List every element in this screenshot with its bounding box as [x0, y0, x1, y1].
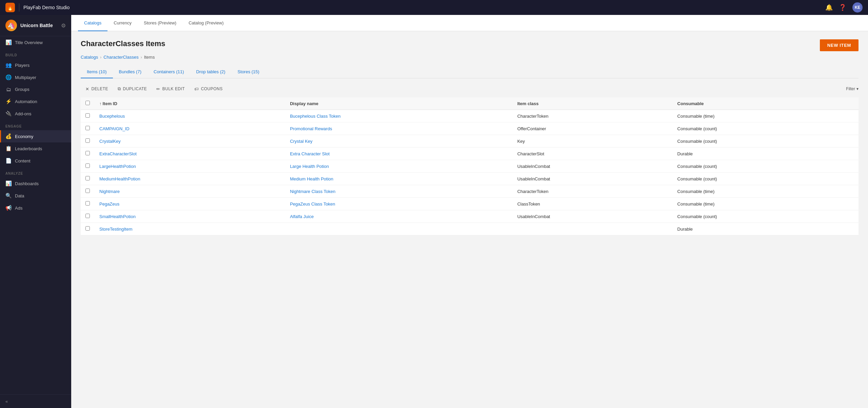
row-item-class: UsableInCombat	[513, 210, 673, 223]
page-title: CharacterClasses Items	[81, 39, 165, 48]
row-display-name[interactable]: Extra Character Slot	[285, 148, 513, 160]
sidebar-item-label: Players	[15, 63, 29, 68]
new-item-button[interactable]: NEW ITEM	[820, 39, 859, 51]
user-avatar[interactable]: KE	[852, 2, 863, 13]
bell-icon[interactable]: 🔔	[825, 4, 833, 11]
item-class-header: Item class	[513, 97, 673, 110]
row-display-name[interactable]: Nightmare Class Token	[285, 185, 513, 198]
row-item-id[interactable]: LargeHealthPotion	[95, 160, 285, 173]
table-row: StoreTestingItem Durable	[81, 223, 859, 235]
row-item-id[interactable]: StoreTestingItem	[95, 223, 285, 235]
content-icon: 📄	[5, 158, 12, 164]
sidebar-item-automation[interactable]: ⚡ Automation	[0, 95, 71, 108]
sidebar-collapse-btn[interactable]: «	[0, 394, 71, 408]
sidebar-item-label: Automation	[15, 99, 37, 104]
item-id-header[interactable]: ↑ Item ID	[95, 97, 285, 110]
sidebar-item-groups[interactable]: 🗂 Groups	[0, 83, 71, 95]
filter-button[interactable]: Filter ▾	[846, 86, 859, 91]
row-display-name[interactable]: Promotional Rewards	[285, 122, 513, 135]
sidebar-item-title-overview[interactable]: 📊 Title Overview	[0, 36, 71, 48]
bulk-edit-label: BULK EDIT	[162, 86, 185, 91]
sidebar-item-leaderboards[interactable]: 📋 Leaderboards	[0, 142, 71, 155]
tab-catalogs[interactable]: Catalogs	[78, 15, 107, 31]
bulk-edit-button[interactable]: ✏ BULK EDIT	[152, 84, 190, 94]
row-checkbox-3[interactable]	[85, 151, 90, 155]
row-checkbox-8[interactable]	[85, 214, 90, 218]
row-checkbox-6[interactable]	[85, 189, 90, 193]
section-label-build: BUILD	[0, 48, 71, 59]
row-checkbox-5[interactable]	[85, 176, 90, 180]
collapse-icon: «	[5, 399, 8, 404]
breadcrumb-items: Items	[144, 55, 155, 60]
tab-stores[interactable]: Stores (Preview)	[138, 15, 182, 31]
row-display-name[interactable]	[285, 223, 513, 235]
row-item-id[interactable]: ExtraCharacterSlot	[95, 148, 285, 160]
tab-catalog-preview[interactable]: Catalog (Preview)	[182, 15, 230, 31]
settings-icon[interactable]: ⚙	[61, 22, 66, 29]
breadcrumb-characterclasses[interactable]: CharacterClasses	[103, 55, 138, 60]
row-item-id[interactable]: PegaZeus	[95, 198, 285, 210]
sidebar-item-ads[interactable]: 📢 Ads	[0, 202, 71, 214]
row-consumable: Durable	[673, 223, 859, 235]
delete-button[interactable]: ✕ DELETE	[81, 84, 113, 94]
duplicate-button[interactable]: ⧉ DUPLICATE	[113, 84, 152, 94]
row-checkbox-9[interactable]	[85, 226, 90, 231]
row-item-id[interactable]: SmallHealthPotion	[95, 210, 285, 223]
row-checkbox-2[interactable]	[85, 138, 90, 143]
row-checkbox-cell	[81, 198, 95, 210]
tab-currency[interactable]: Currency	[107, 15, 138, 31]
row-consumable: Consumable (count)	[673, 122, 859, 135]
content-area: CharacterClasses Items NEW ITEM Catalogs…	[71, 31, 868, 408]
duplicate-icon: ⧉	[118, 86, 121, 92]
inner-tab-drop-tables[interactable]: Drop tables (2)	[190, 66, 232, 78]
row-item-class: OfferContainer	[513, 122, 673, 135]
row-checkbox-0[interactable]	[85, 113, 90, 118]
logo-icon: 🔥	[7, 4, 14, 11]
toolbar: ✕ DELETE ⧉ DUPLICATE ✏ BULK EDIT 🏷 COUPO…	[81, 84, 859, 94]
sort-up-icon: ↑	[99, 101, 102, 106]
sidebar-item-label: Groups	[15, 87, 29, 92]
sidebar-item-label: Ads	[15, 206, 22, 211]
row-display-name[interactable]: PegaZeus Class Token	[285, 198, 513, 210]
sidebar-item-label: Leaderboards	[15, 146, 42, 151]
sidebar-item-label: Data	[15, 193, 24, 198]
row-display-name[interactable]: Large Health Potion	[285, 160, 513, 173]
row-consumable: Consumable (time)	[673, 185, 859, 198]
sidebar-item-economy[interactable]: 💰 Economy	[0, 130, 71, 142]
row-item-id[interactable]: Nightmare	[95, 185, 285, 198]
inner-tab-stores[interactable]: Stores (15)	[232, 66, 265, 78]
sidebar-item-players[interactable]: 👥 Players	[0, 59, 71, 71]
row-display-name[interactable]: Medium Health Potion	[285, 173, 513, 185]
row-checkbox-7[interactable]	[85, 201, 90, 206]
coupons-button[interactable]: 🏷 COUPONS	[190, 84, 228, 94]
row-display-name[interactable]: Crystal Key	[285, 135, 513, 148]
sidebar-item-label: Content	[15, 158, 31, 163]
sidebar-item-data[interactable]: 🔍 Data	[0, 190, 71, 202]
row-item-class	[513, 223, 673, 235]
section-label-analyze: ANALYZE	[0, 167, 71, 177]
row-display-name[interactable]: Bucephelous Class Token	[285, 110, 513, 122]
automation-icon: ⚡	[5, 98, 12, 104]
content-header: CharacterClasses Items NEW ITEM	[81, 39, 859, 51]
row-item-class: ClassToken	[513, 198, 673, 210]
row-item-id[interactable]: MediumHealthPotion	[95, 173, 285, 185]
row-checkbox-1[interactable]	[85, 126, 90, 130]
inner-tab-containers[interactable]: Containers (11)	[147, 66, 190, 78]
row-item-id[interactable]: CAMPAIGN_ID	[95, 122, 285, 135]
table-row: LargeHealthPotion Large Health Potion Us…	[81, 160, 859, 173]
breadcrumb-catalogs[interactable]: Catalogs	[81, 55, 98, 60]
sidebar-item-dashboards[interactable]: 📊 Dashboards	[0, 177, 71, 190]
sidebar-item-addons[interactable]: 🔌 Add-ons	[0, 108, 71, 120]
sidebar-item-content[interactable]: 📄 Content	[0, 155, 71, 167]
select-all-checkbox[interactable]	[85, 101, 90, 105]
row-checkbox-cell	[81, 185, 95, 198]
help-icon[interactable]: ❓	[839, 4, 846, 11]
row-item-id[interactable]: Bucephelous	[95, 110, 285, 122]
row-item-id[interactable]: CrystalKey	[95, 135, 285, 148]
inner-tab-bundles[interactable]: Bundles (7)	[113, 66, 147, 78]
row-checkbox-4[interactable]	[85, 163, 90, 168]
row-checkbox-cell	[81, 173, 95, 185]
sidebar-item-multiplayer[interactable]: 🌐 Multiplayer	[0, 71, 71, 83]
inner-tab-items[interactable]: Items (10)	[81, 66, 113, 78]
row-display-name[interactable]: Alfalfa Juice	[285, 210, 513, 223]
